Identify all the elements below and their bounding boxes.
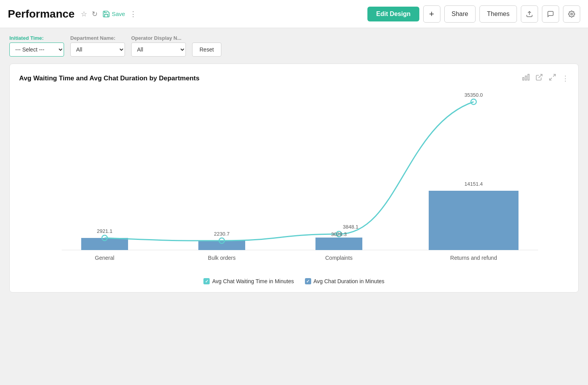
chart-svg: 2921.1 2230.7 3848.1 35350.0 14151.4 302… bbox=[19, 86, 569, 273]
expand-icon[interactable] bbox=[549, 73, 556, 83]
reset-button[interactable]: Reset bbox=[192, 43, 221, 57]
label-complaints-duration: 3028.3 bbox=[331, 231, 347, 237]
chart-header: Avg Waiting Time and Avg Chat Duration b… bbox=[19, 73, 569, 83]
legend-label-duration: Avg Chat Duration in Minutes bbox=[314, 278, 385, 284]
label-complaints-waiting: 3848.1 bbox=[343, 224, 358, 230]
legend-checkbox-waiting: ✓ bbox=[203, 278, 210, 284]
svg-line-7 bbox=[550, 78, 552, 80]
initiated-time-label: Initiated Time: bbox=[9, 35, 64, 41]
filter-bar: Initiated Time: --- Select --- Departmen… bbox=[0, 28, 588, 64]
legend-checkbox-duration: ✓ bbox=[305, 278, 311, 284]
svg-rect-3 bbox=[525, 76, 526, 80]
department-name-filter: Department Name: All bbox=[70, 35, 125, 57]
department-name-select[interactable]: All bbox=[70, 43, 125, 57]
settings-button[interactable] bbox=[563, 5, 580, 23]
operator-display-select[interactable]: All bbox=[131, 43, 186, 57]
xlabel-returns: Returns and refund bbox=[450, 255, 497, 261]
operator-display-filter: Operator Display N... All bbox=[131, 35, 186, 57]
refresh-icon[interactable]: ↻ bbox=[92, 10, 98, 18]
department-name-label: Department Name: bbox=[70, 35, 125, 41]
chart-title: Avg Waiting Time and Avg Chat Duration b… bbox=[19, 75, 200, 82]
bar-complaints-duration bbox=[315, 238, 362, 250]
edit-design-button[interactable]: Edit Design bbox=[367, 7, 419, 21]
chart-legend: ✓ Avg Chat Waiting Time in Minutes ✓ Avg… bbox=[19, 278, 569, 284]
label-returns-duration: 14151.4 bbox=[465, 181, 483, 187]
xlabel-bulkorders: Bulk orders bbox=[208, 255, 236, 261]
initiated-time-filter: Initiated Time: --- Select --- bbox=[9, 35, 64, 57]
save-button[interactable]: Save bbox=[102, 10, 125, 18]
page-title: Performance bbox=[8, 8, 75, 20]
svg-line-6 bbox=[553, 75, 556, 77]
svg-rect-2 bbox=[528, 75, 529, 80]
label-bulkorders-waiting: 2230.7 bbox=[214, 231, 230, 237]
settings-icon bbox=[568, 11, 575, 18]
save-icon bbox=[102, 10, 110, 18]
line-waiting-time bbox=[105, 102, 474, 241]
operator-display-label: Operator Display N... bbox=[131, 35, 186, 41]
export-icon bbox=[526, 11, 533, 18]
xlabel-complaints: Complaints bbox=[325, 255, 353, 261]
svg-point-1 bbox=[571, 13, 573, 15]
legend-item-waiting: ✓ Avg Chat Waiting Time in Minutes bbox=[203, 278, 294, 284]
top-bar-icons: ☆ ↻ Save ⋮ bbox=[81, 10, 137, 18]
chart-header-icons: ⋮ bbox=[522, 73, 569, 83]
top-bar-right: Edit Design + Share Themes bbox=[367, 5, 580, 23]
bar-chart-icon[interactable] bbox=[522, 73, 530, 83]
share-button[interactable]: Share bbox=[444, 5, 476, 23]
bar-returns-duration bbox=[429, 191, 519, 250]
chart-area: 2921.1 2230.7 3848.1 35350.0 14151.4 302… bbox=[19, 86, 569, 273]
initiated-time-select[interactable]: --- Select --- bbox=[9, 43, 64, 57]
label-general-waiting: 2921.1 bbox=[97, 228, 112, 234]
themes-button[interactable]: Themes bbox=[479, 5, 517, 23]
add-button[interactable]: + bbox=[423, 5, 440, 23]
comment-button[interactable] bbox=[542, 5, 559, 23]
top-bar: Performance ☆ ↻ Save ⋮ Edit Design + Sha… bbox=[0, 0, 588, 28]
chart-card: Avg Waiting Time and Avg Chat Duration b… bbox=[9, 64, 579, 293]
bar-general-duration bbox=[81, 238, 128, 250]
legend-label-waiting: Avg Chat Waiting Time in Minutes bbox=[212, 278, 294, 284]
star-icon[interactable]: ☆ bbox=[81, 10, 87, 18]
label-returns-waiting: 35350.0 bbox=[465, 92, 483, 98]
export-button[interactable] bbox=[521, 5, 538, 23]
legend-item-duration: ✓ Avg Chat Duration in Minutes bbox=[305, 278, 385, 284]
chart-more-icon[interactable]: ⋮ bbox=[562, 74, 569, 83]
comment-icon bbox=[547, 11, 554, 18]
more-options-icon[interactable]: ⋮ bbox=[130, 10, 137, 18]
bar-bulkorders-duration bbox=[198, 241, 245, 250]
external-link-icon[interactable] bbox=[535, 73, 543, 83]
svg-rect-4 bbox=[523, 78, 524, 80]
xlabel-general: General bbox=[95, 255, 114, 261]
svg-line-5 bbox=[538, 75, 542, 78]
